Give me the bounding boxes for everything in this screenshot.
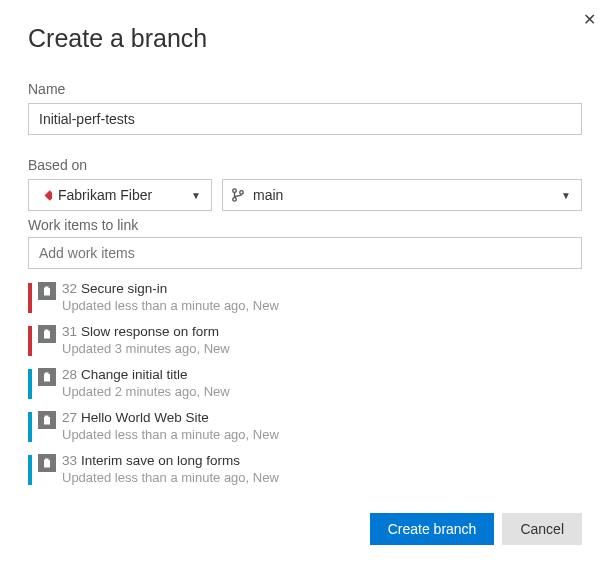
work-item-row[interactable]: 33Interim save on long formsUpdated less…	[28, 449, 582, 492]
work-item-type-icon	[38, 454, 56, 472]
work-item-color-bar	[28, 326, 32, 356]
chevron-down-icon: ▼	[561, 190, 571, 201]
work-item-title: Change initial title	[81, 367, 188, 382]
cancel-button[interactable]: Cancel	[502, 513, 582, 545]
work-item-body: 27Hello World Web SiteUpdated less than …	[62, 410, 279, 443]
work-item-color-bar	[28, 455, 32, 485]
work-item-body: 31Slow response on formUpdated 3 minutes…	[62, 324, 230, 357]
work-item-title: Hello World Web Site	[81, 410, 209, 425]
svg-rect-0	[45, 190, 53, 201]
work-item-color-bar	[28, 369, 32, 399]
work-item-title: Secure sign-in	[81, 281, 167, 296]
work-item-id: 31	[62, 324, 77, 339]
branch-select[interactable]: main ▼	[222, 179, 582, 211]
chevron-down-icon: ▼	[191, 190, 201, 201]
work-item-row[interactable]: 27Hello World Web SiteUpdated less than …	[28, 406, 582, 449]
based-on-label: Based on	[28, 157, 582, 173]
work-item-row[interactable]: 32Secure sign-inUpdated less than a minu…	[28, 277, 582, 320]
create-branch-button[interactable]: Create branch	[370, 513, 495, 545]
work-item-id: 28	[62, 367, 77, 382]
dialog-footer: Create branch Cancel	[370, 513, 582, 545]
repo-select[interactable]: Fabrikam Fiber ▼	[28, 179, 212, 211]
branch-name-input[interactable]	[28, 103, 582, 135]
svg-point-3	[240, 191, 244, 195]
repo-select-text: Fabrikam Fiber	[58, 187, 152, 203]
based-on-row: Fabrikam Fiber ▼ main ▼	[28, 179, 582, 211]
work-item-subtitle: Updated less than a minute ago, New	[62, 470, 279, 486]
work-item-color-bar	[28, 283, 32, 313]
work-item-type-icon	[38, 411, 56, 429]
work-item-row[interactable]: 31Slow response on formUpdated 3 minutes…	[28, 320, 582, 363]
work-item-body: 32Secure sign-inUpdated less than a minu…	[62, 281, 279, 314]
create-branch-dialog: ✕ Create a branch Name Based on Fabrikam…	[0, 0, 610, 567]
work-item-body: 28Change initial titleUpdated 2 minutes …	[62, 367, 230, 400]
work-item-id: 33	[62, 453, 77, 468]
work-items-label: Work items to link	[28, 217, 582, 233]
name-label: Name	[28, 81, 582, 97]
work-item-id: 32	[62, 281, 77, 296]
work-item-id: 27	[62, 410, 77, 425]
work-item-list: 32Secure sign-inUpdated less than a minu…	[28, 277, 582, 492]
work-item-type-icon	[38, 368, 56, 386]
dialog-title: Create a branch	[28, 24, 582, 53]
close-button[interactable]: ✕	[583, 12, 596, 28]
svg-point-2	[233, 198, 237, 202]
work-item-subtitle: Updated 2 minutes ago, New	[62, 384, 230, 400]
work-item-title: Interim save on long forms	[81, 453, 240, 468]
work-items-input[interactable]	[28, 237, 582, 269]
work-item-title: Slow response on form	[81, 324, 219, 339]
svg-point-1	[233, 189, 237, 193]
work-item-subtitle: Updated 3 minutes ago, New	[62, 341, 230, 357]
branch-select-text: main	[253, 187, 283, 203]
repo-icon	[37, 188, 52, 203]
work-item-subtitle: Updated less than a minute ago, New	[62, 427, 279, 443]
work-item-type-icon	[38, 282, 56, 300]
work-item-type-icon	[38, 325, 56, 343]
work-item-subtitle: Updated less than a minute ago, New	[62, 298, 279, 314]
close-icon: ✕	[583, 11, 596, 28]
branch-icon	[231, 188, 245, 202]
work-item-body: 33Interim save on long formsUpdated less…	[62, 453, 279, 486]
work-item-row[interactable]: 28Change initial titleUpdated 2 minutes …	[28, 363, 582, 406]
work-item-color-bar	[28, 412, 32, 442]
